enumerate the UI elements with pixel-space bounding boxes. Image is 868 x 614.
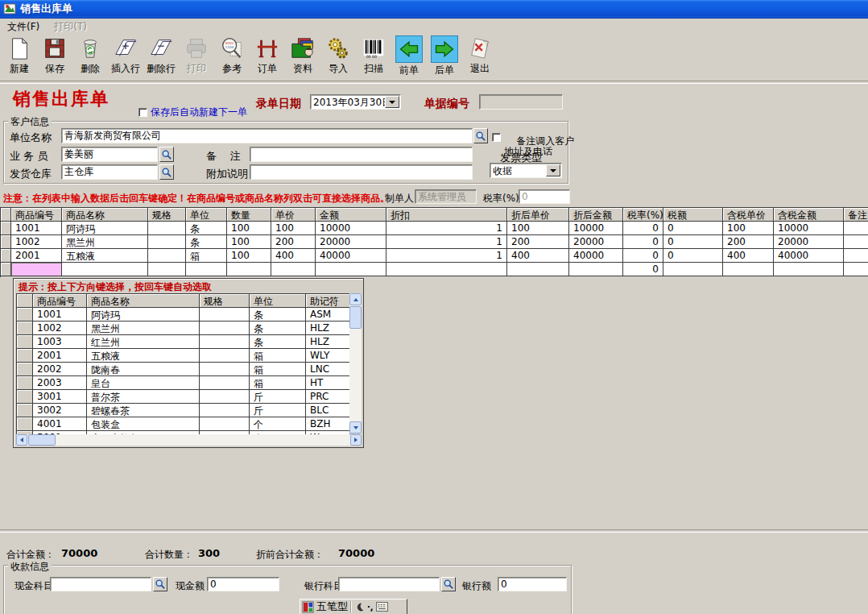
table-cell[interactable]: 2003 — [33, 376, 87, 390]
table-cell[interactable]: WLY — [306, 349, 350, 363]
table-cell[interactable] — [774, 263, 844, 276]
table-cell[interactable]: 0 — [663, 235, 723, 249]
scroll-up-button[interactable] — [349, 293, 362, 305]
scroll-right-button[interactable] — [350, 434, 362, 446]
table-cell[interactable] — [186, 263, 227, 276]
auto-new-checkbox[interactable] — [138, 108, 147, 117]
popup-horizontal-scrollbar[interactable] — [16, 434, 362, 446]
table-cell[interactable]: 阿诗玛 — [62, 222, 148, 235]
table-cell[interactable]: 1 — [386, 235, 507, 249]
keyboard-icon[interactable] — [376, 602, 388, 612]
table-cell[interactable]: 黑兰州 — [87, 322, 200, 335]
table-cell[interactable]: 40000 — [774, 249, 844, 263]
table-cell[interactable]: 10000 — [569, 222, 623, 235]
vertical-scroll-thumb[interactable] — [349, 306, 362, 329]
table-cell[interactable] — [148, 235, 186, 249]
table-cell[interactable]: 0 — [663, 222, 723, 235]
table-cell[interactable]: 3001 — [33, 390, 87, 404]
column-header[interactable]: 单位 — [186, 208, 227, 222]
table-cell[interactable] — [569, 263, 623, 276]
column-header[interactable]: 规格 — [200, 294, 250, 308]
table-cell[interactable]: 条 — [250, 308, 306, 322]
table-cell[interactable]: HLZ — [306, 322, 350, 335]
delete-button[interactable]: 删除 — [72, 35, 108, 77]
table-cell[interactable]: 条 — [186, 222, 227, 235]
company-field[interactable] — [61, 128, 473, 143]
table-cell[interactable]: 五粮液 — [87, 349, 200, 363]
column-header[interactable]: 规格 — [148, 208, 186, 222]
ime-mode-label[interactable]: 五笔型 — [316, 599, 348, 614]
table-cell[interactable] — [148, 249, 186, 263]
table-cell[interactable]: 0 — [623, 235, 663, 249]
active-edit-cell[interactable] — [11, 263, 62, 276]
punctuation-toggle-icon[interactable]: ·, — [367, 603, 374, 612]
table-cell[interactable]: BLC — [306, 404, 350, 417]
column-header[interactable]: 含税单价 — [723, 208, 774, 222]
table-cell[interactable]: 普尔茶 — [87, 390, 200, 404]
table-cell[interactable]: 1002 — [33, 322, 87, 335]
horizontal-scroll-thumb[interactable] — [28, 434, 56, 446]
doc-no-field[interactable] — [479, 94, 563, 110]
invoice-type-dropdown-button[interactable] — [546, 164, 560, 176]
column-header[interactable]: 单价 — [271, 208, 316, 222]
bank-amount-field[interactable] — [498, 577, 567, 591]
column-header[interactable]: 商品编号 — [33, 294, 87, 308]
column-header[interactable]: 商品名称 — [87, 294, 200, 308]
table-cell[interactable] — [507, 263, 569, 276]
table-cell[interactable] — [723, 263, 774, 276]
scan-button[interactable]: 00 00扫描 — [356, 35, 391, 77]
invoice-type-combobox[interactable]: 收据 — [490, 163, 562, 178]
reference-button[interactable]: 00011104参考 — [214, 35, 250, 77]
table-cell[interactable]: 箱 — [250, 376, 306, 390]
table-cell[interactable]: 黑兰州 — [62, 235, 148, 249]
tax-rate-field[interactable] — [519, 189, 570, 204]
table-cell[interactable]: 100 — [227, 222, 271, 235]
table-cell[interactable]: 400 — [507, 249, 569, 263]
table-cell[interactable]: 条 — [250, 322, 306, 335]
table-cell[interactable] — [227, 263, 271, 276]
table-cell[interactable] — [844, 222, 868, 235]
column-header[interactable]: 折扣 — [386, 208, 507, 222]
table-cell[interactable]: 0 — [623, 222, 663, 235]
table-cell[interactable]: 红兰州 — [87, 335, 200, 349]
table-cell[interactable]: 1001 — [11, 222, 62, 235]
warehouse-field[interactable] — [61, 164, 158, 180]
cash-account-lookup-button[interactable] — [153, 577, 167, 591]
popup-vertical-scrollbar[interactable] — [349, 293, 362, 434]
table-cell[interactable]: 碧螺春茶 — [87, 404, 200, 417]
menu-file[interactable]: 文件(F) — [0, 19, 47, 35]
ime-toolbar[interactable]: 五笔型 ·, — [300, 599, 407, 614]
table-cell[interactable]: 100 — [723, 222, 774, 235]
table-cell[interactable]: 个 — [250, 417, 306, 431]
table-cell[interactable] — [271, 263, 316, 276]
table-cell[interactable]: 条 — [186, 235, 227, 249]
column-header[interactable]: 助记符 — [306, 294, 350, 308]
warehouse-lookup-button[interactable] — [159, 164, 174, 180]
table-cell[interactable]: 2001 — [11, 249, 62, 263]
table-cell[interactable]: 条 — [250, 335, 306, 349]
column-header[interactable]: 含税金额 — [774, 208, 844, 222]
table-cell[interactable]: 100 — [271, 222, 316, 235]
data-button[interactable]: 资料 — [285, 35, 320, 77]
moon-icon[interactable] — [354, 602, 365, 612]
remark-field[interactable] — [250, 147, 473, 162]
column-header[interactable]: 税额 — [663, 208, 723, 222]
table-cell[interactable]: 1003 — [33, 335, 87, 349]
table-cell[interactable]: HT — [306, 376, 350, 390]
table-cell[interactable] — [62, 263, 148, 276]
table-cell[interactable]: 1 — [386, 249, 507, 263]
table-cell[interactable]: 2002 — [33, 363, 87, 376]
table-cell[interactable] — [200, 322, 250, 335]
save-button[interactable]: 保存 — [37, 35, 72, 77]
column-header[interactable]: 金额 — [316, 208, 386, 222]
table-cell[interactable]: 20000 — [316, 235, 386, 249]
table-cell[interactable] — [200, 308, 250, 322]
table-cell[interactable]: 400 — [271, 249, 316, 263]
table-cell[interactable]: BZH — [306, 417, 350, 431]
table-cell[interactable]: 箱 — [186, 249, 227, 263]
table-cell[interactable] — [316, 263, 386, 276]
table-cell[interactable]: 20000 — [774, 235, 844, 249]
table-cell[interactable] — [663, 263, 723, 276]
table-cell[interactable]: 40000 — [316, 249, 386, 263]
table-cell[interactable]: 皇台 — [87, 376, 200, 390]
